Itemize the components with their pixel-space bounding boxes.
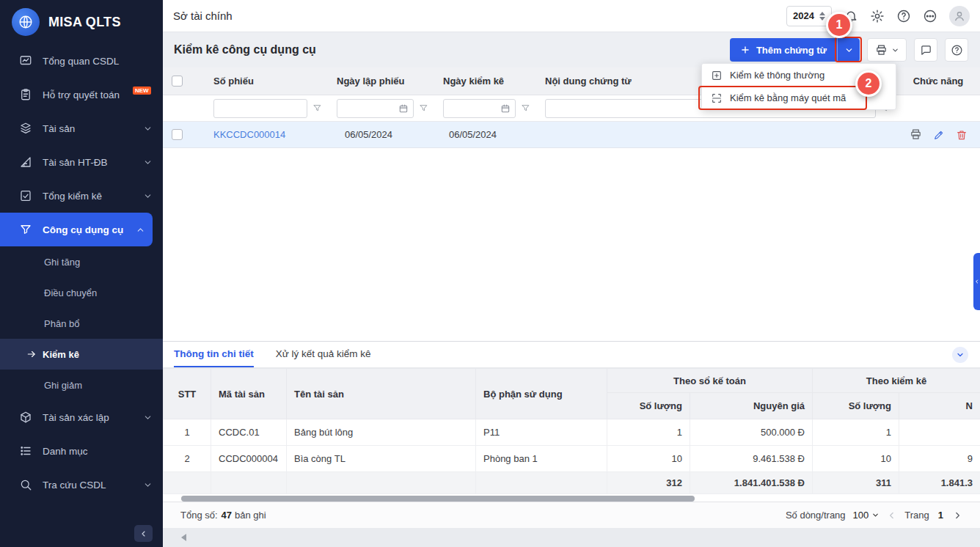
sidebar-item-danh-muc[interactable]: Danh mục — [0, 434, 163, 468]
cell-sl-ke-toan: 10 — [607, 446, 690, 472]
year-selector[interactable]: 2024 — [786, 6, 832, 26]
app-logo-text: MISA QLTS — [48, 15, 121, 30]
tab-thong-tin-chi-tiet[interactable]: Thông tin chi tiết — [174, 342, 254, 367]
feedback-button[interactable] — [914, 38, 937, 62]
assets-htdb-icon — [19, 155, 32, 169]
column-header-ngay-kiem-ke[interactable]: Ngày kiểm kê — [434, 67, 536, 95]
filter-so-phieu-input[interactable] — [213, 99, 307, 118]
print-button[interactable] — [867, 38, 907, 62]
row-checkbox[interactable] — [172, 129, 183, 140]
arrow-right-icon — [26, 349, 37, 359]
cell-ng-kiem-ke — [899, 419, 980, 446]
menu-item-label: Kiểm kê bằng máy quét mã — [730, 92, 846, 103]
detail-tabs: Thông tin chi tiết Xử lý kết quả kiểm kê — [163, 342, 980, 368]
categories-icon — [19, 444, 32, 458]
sidebar-subitem-ghi-tang[interactable]: Ghi tăng — [0, 246, 163, 277]
side-panel-handle[interactable] — [973, 253, 980, 310]
detail-row[interactable]: 1 CCDC.01 Bảng bút lông P11 1 500.000 Đ … — [164, 419, 980, 446]
sidebar-item-tong-kiem-ke[interactable]: Tổng kiểm kê — [0, 179, 163, 213]
help-icon[interactable] — [896, 9, 911, 23]
total-ng-kiem-ke: 1.841.3 — [899, 472, 980, 494]
column-header-so-phieu[interactable]: Số phiếu — [205, 67, 328, 95]
filter-ngay-lap-input[interactable] — [337, 99, 414, 118]
chevron-up-icon — [136, 225, 145, 235]
sidebar-subitem-phan-bo[interactable]: Phân bổ — [0, 308, 163, 339]
sidebar-item-cong-cu-dung-cu[interactable]: Công cụ dụng cụ — [0, 213, 153, 246]
chevron-down-icon — [956, 350, 965, 359]
printer-icon — [875, 44, 888, 56]
cell-bo-phan: P11 — [476, 419, 607, 446]
edit-row-icon[interactable] — [933, 129, 945, 141]
chevron-down-icon — [871, 511, 880, 519]
spinner-arrows-icon[interactable] — [819, 12, 825, 21]
detail-table: STT Mã tài sản Tên tài sản Bộ phận sử dụ… — [163, 368, 980, 494]
settlement-support-icon — [19, 88, 32, 101]
sidebar-item-tai-san-ht-db[interactable]: Tài sản HT-ĐB — [0, 145, 163, 179]
total-sl-kiem-ke: 311 — [813, 472, 899, 494]
group-header-theo-kiem-ke: Theo kiểm kê — [813, 369, 980, 393]
filter-funnel-icon[interactable] — [419, 103, 428, 113]
grid-empty-area — [163, 148, 980, 341]
col-nguyen-gia-kiem-ke: N — [899, 393, 980, 419]
col-bo-phan: Bộ phận sử dụng — [476, 369, 607, 419]
cell-ngay-kiem-ke: 06/05/2024 — [449, 129, 497, 140]
topbar-actions: 2024 — [786, 6, 970, 26]
sidebar-item-label: Ghi giảm — [44, 380, 82, 391]
col-nguyen-gia-ke-toan: Nguyên giá — [690, 393, 813, 419]
gear-icon[interactable] — [870, 9, 885, 23]
h-scroll-left-arrow-icon[interactable] — [181, 534, 186, 541]
sidebar-subitem-dieu-chuyen[interactable]: Điều chuyển — [0, 277, 163, 308]
sidebar: MISA QLTS Tổng quan CSDL Hỗ trợ quyết to… — [0, 0, 163, 547]
detail-horizontal-scrollbar — [163, 494, 980, 502]
document-number-link[interactable]: KKCCDC000014 — [213, 129, 285, 140]
add-document-button[interactable]: Thêm chứng từ — [730, 38, 837, 62]
filter-funnel-icon[interactable] — [312, 103, 322, 113]
page-label: Trang — [904, 510, 929, 521]
previous-page-icon[interactable] — [887, 510, 897, 521]
total-sl-ke-toan: 312 — [607, 472, 690, 494]
current-page-number[interactable]: 1 — [938, 510, 943, 521]
page-title: Kiểm kê công cụ dụng cụ — [174, 43, 316, 56]
sidebar-subitem-kiem-ke[interactable]: Kiểm kê — [0, 339, 163, 370]
more-options-icon[interactable] — [923, 9, 937, 23]
annotation-step-number: 2 — [866, 77, 872, 90]
select-all-checkbox[interactable] — [172, 76, 183, 87]
column-header-label: Chức năng — [913, 76, 964, 87]
filter-ngay-kiem-ke-input[interactable] — [443, 99, 516, 118]
delete-row-icon[interactable] — [956, 129, 968, 141]
sidebar-item-tong-quan-csdl[interactable]: Tổng quan CSDL — [0, 44, 163, 78]
add-document-dropdown-button[interactable] — [837, 38, 860, 62]
tab-xu-ly-ket-qua[interactable]: Xử lý kết quả kiểm kê — [276, 342, 371, 367]
next-page-icon[interactable] — [952, 510, 962, 521]
column-header-label: Ngày kiểm kê — [443, 76, 504, 87]
rows-per-page-select[interactable]: 100 — [853, 510, 880, 521]
sidebar-subitem-ghi-giam[interactable]: Ghi giảm — [0, 370, 163, 400]
app-logo[interactable]: MISA QLTS — [0, 0, 163, 44]
total-suffix: bản ghi — [235, 510, 266, 521]
detail-row[interactable]: 2 CCDC000004 Bìa còng TL Phòng ban 1 10 … — [164, 446, 980, 472]
page-help-button[interactable] — [945, 38, 968, 62]
scrollbar-thumb[interactable] — [181, 496, 695, 502]
column-header-label: Ngày lập phiếu — [337, 76, 404, 87]
total-count: 47 — [222, 510, 232, 521]
filter-funnel-icon[interactable] — [521, 103, 530, 113]
print-row-icon[interactable] — [910, 128, 922, 141]
chevron-down-icon — [844, 45, 854, 55]
plus-icon — [740, 45, 750, 55]
cell-bo-phan: Phòng ban 1 — [476, 446, 607, 472]
cell-ng-kiem-ke: 9 — [899, 446, 980, 472]
col-so-luong-kiem-ke: Số lượng — [813, 393, 899, 419]
footer-bar: Tổng số: 47 bản ghi Số dòng/trang 100 Tr… — [163, 502, 980, 528]
sidebar-item-tra-cuu-csdl[interactable]: Tra cứu CSDL — [0, 468, 163, 502]
page-header-actions: Thêm chứng từ — [730, 38, 968, 62]
sidebar-item-tai-san[interactable]: Tài sản — [0, 111, 163, 145]
sidebar-collapse-button[interactable] — [134, 525, 153, 542]
chevron-down-icon — [891, 46, 899, 54]
detail-collapse-button[interactable] — [952, 347, 968, 363]
column-header-ngay-lap-phieu[interactable]: Ngày lập phiếu — [328, 67, 434, 95]
user-avatar[interactable] — [949, 6, 970, 26]
rows-per-page-value: 100 — [853, 510, 869, 521]
table-row[interactable]: KKCCDC000014 06/05/2024 06/05/2024 — [163, 122, 980, 148]
sidebar-item-ho-tro-quyet-toan[interactable]: Hỗ trợ quyết toán NEW — [0, 78, 163, 111]
sidebar-item-tai-san-xac-lap[interactable]: Tài sản xác lập — [0, 400, 163, 434]
